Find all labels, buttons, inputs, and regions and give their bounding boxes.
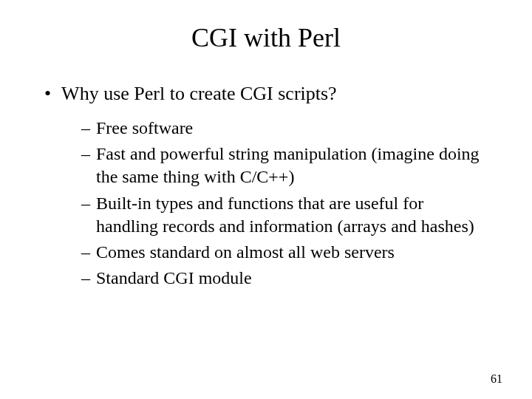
dash-marker: –: [81, 267, 90, 290]
bullet-marker: •: [44, 83, 51, 105]
dash-marker: –: [81, 192, 90, 238]
dash-marker: –: [81, 241, 90, 264]
bullet-text: Why use Perl to create CGI scripts?: [61, 83, 337, 105]
dash-marker: –: [81, 117, 90, 140]
bullet-level2: – Comes standard on almost all web serve…: [81, 241, 495, 264]
slide-title: CGI with Perl: [37, 22, 495, 53]
bullet-level2: – Free software: [81, 117, 495, 140]
sub-item-text: Free software: [96, 117, 193, 140]
sub-item-text: Comes standard on almost all web servers: [96, 241, 395, 264]
bullet-level2: – Standard CGI module: [81, 267, 495, 290]
bullet-level1: • Why use Perl to create CGI scripts?: [44, 83, 495, 105]
bullet-level2: – Fast and powerful string manipulation …: [81, 143, 495, 188]
sub-item-text: Standard CGI module: [96, 267, 252, 290]
page-number: 61: [491, 372, 502, 386]
dash-marker: –: [81, 143, 90, 188]
sub-item-text: Built-in types and functions that are us…: [96, 192, 488, 238]
sub-item-text: Fast and powerful string manipulation (i…: [96, 143, 488, 188]
bullet-level2: – Built-in types and functions that are …: [81, 192, 495, 238]
